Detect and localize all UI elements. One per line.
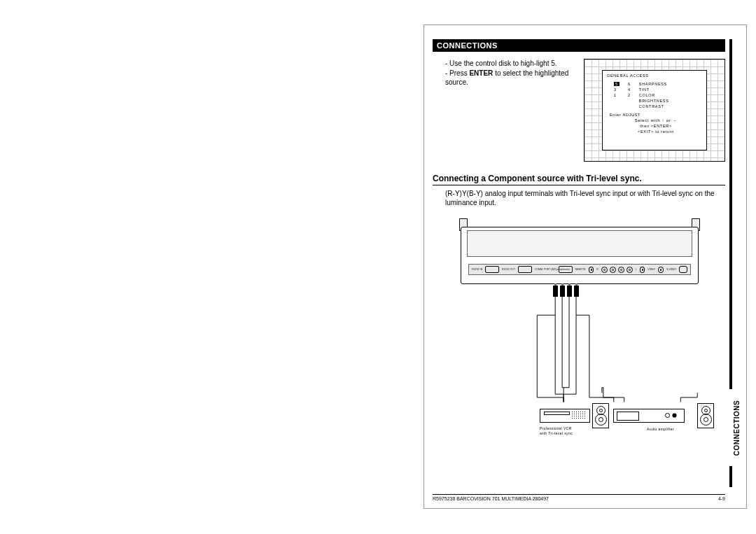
osd-sharpness: SHARPNESS [639, 82, 669, 86]
vcr-slot [544, 412, 570, 415]
speaker-right [697, 403, 714, 428]
vcr-label: Professional VCR with Tri-level sync [540, 426, 596, 435]
woofer-icon [700, 414, 712, 426]
rca-1 [601, 267, 608, 273]
osd-menu: GENERAL ACCESS 5 3 1 6 4 2 SHARPNESS TIN… [602, 70, 707, 150]
text: with Tri-level sync [540, 431, 596, 436]
side-tab-label: CONNECTIONS [733, 393, 741, 463]
osd-selected-5: 5 [614, 82, 620, 86]
vcr-controls [571, 411, 587, 419]
osd-item-4: 4 [628, 87, 631, 92]
label-rs232out: RS232 OUT [502, 268, 515, 271]
osd-col-right: SHARPNESS TINT COLOR BRIGHTNESS CONTRAST [639, 82, 669, 108]
label-video: VIDEO [648, 268, 655, 271]
label-audio-l: L [636, 268, 637, 271]
osd-then-enter: then <ENTER> [610, 124, 702, 128]
instruction-line-2: - Press ENTER to select the highlighted … [445, 69, 582, 87]
projector-body: RS232 IN RS232 OUT COMM. PORT (800 perip… [461, 227, 699, 284]
manual-page: CONNECTIONS CONNECTIONS - Use the contro… [424, 24, 747, 509]
page-footer: R5975238 BARCOVISION 701 MULTIMEDIA 2804… [433, 494, 725, 501]
osd-brightness: BRIGHTNESS [639, 99, 669, 103]
osd-color: COLOR [639, 93, 669, 97]
projector-rear: RS232 IN RS232 OUT COMM. PORT (800 perip… [461, 220, 699, 290]
section-header: CONNECTIONS [433, 39, 725, 52]
osd-grid-background: GENERAL ACCESS 5 3 1 6 4 2 SHARPNESS TIN… [584, 59, 725, 162]
rca-component [601, 267, 633, 273]
osd-exit: <EXIT> to return [610, 129, 702, 134]
label-rs232in: RS232 IN [472, 268, 482, 271]
instruction-text: - Use the control disk to high-light 5. … [445, 59, 582, 87]
woofer-icon [595, 414, 607, 426]
body-text: (R-Y)Y(B-Y) analog input terminals with … [445, 189, 722, 207]
port-svideo [679, 266, 687, 273]
port-audio-l [640, 267, 645, 273]
osd-item-2: 2 [628, 93, 631, 97]
connector-strip: RS232 IN RS232 OUT COMM. PORT (800 perip… [468, 264, 691, 275]
amp-label: Audio amplifier [647, 427, 674, 432]
osd-col-mid: 6 4 2 [628, 82, 631, 108]
text: - Press [445, 69, 469, 77]
osd-enter-adjust: Enter ADJUST [610, 113, 702, 117]
osd-select-with: Select with ↑ or → [610, 118, 702, 122]
vcr-device [540, 409, 590, 423]
port-rs232out [518, 266, 532, 273]
osd-contrast: CONTRAST [639, 104, 669, 108]
enter-keyword: ENTER [469, 69, 493, 77]
port-video [658, 267, 664, 273]
rca-2 [610, 267, 616, 273]
label-commport: COMM. PORT (800 peripherals) [535, 268, 556, 271]
label-audio-r: R [596, 268, 598, 271]
osd-title: GENERAL ACCESS [607, 73, 702, 78]
osd-item-3: 3 [614, 87, 620, 92]
label-remote: REMOTE [575, 268, 586, 271]
footer-right: 4-9 [718, 496, 725, 501]
rca-4 [626, 267, 633, 273]
osd-lower: Enter ADJUST Select with ↑ or → then <EN… [610, 113, 702, 134]
projector-top-panel [467, 230, 692, 257]
osd-item-1: 1 [614, 93, 620, 97]
side-tab: CONNECTIONS [729, 389, 742, 466]
cable-paths [433, 295, 725, 407]
label-svideo: S-VIDEO [666, 268, 676, 271]
speaker-left [592, 403, 609, 428]
port-commport [559, 266, 573, 273]
rca-3 [618, 267, 624, 273]
osd-columns: 5 3 1 6 4 2 SHARPNESS TINT COLOR BRIGHTN… [614, 82, 702, 108]
subsection-heading: Connecting a Component source with Tri-l… [433, 174, 725, 185]
osd-item-6: 6 [628, 82, 631, 86]
port-remote [589, 267, 594, 273]
connection-diagram: RS232 IN RS232 OUT COMM. PORT (800 perip… [433, 220, 725, 437]
instruction-line-1: - Use the control disk to high-light 5. [445, 59, 582, 68]
footer-left: R5975238 BARCOVISION 701 MULTIMEDIA 2804… [433, 496, 549, 501]
port-rs232in [485, 266, 499, 273]
osd-tint: TINT [639, 87, 669, 92]
amplifier-device [613, 409, 685, 423]
osd-col-left: 5 3 1 [614, 82, 620, 108]
